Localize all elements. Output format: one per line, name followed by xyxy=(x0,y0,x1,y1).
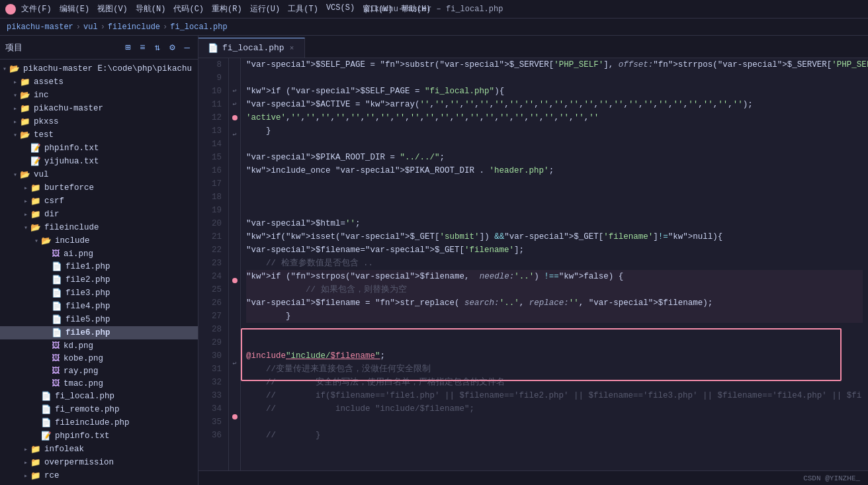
tree-label: csrf xyxy=(44,197,64,206)
tree-item-phpinfo[interactable]: 📝phpinfo.txt xyxy=(0,142,198,155)
menu-item[interactable]: 重构(R) xyxy=(212,3,242,15)
tree-icon-folder-open: 📂 xyxy=(20,90,30,101)
line-number-36: 36 xyxy=(204,429,222,442)
gutter-23 xyxy=(229,261,240,274)
menu-item[interactable]: 编辑(E) xyxy=(60,3,90,15)
menu-item[interactable]: 运行(U) xyxy=(250,3,281,15)
code-line-23: // 检查参数值是否包含 .. xyxy=(246,257,863,270)
tree-item-fi-remote[interactable]: 📄fi_remote.php xyxy=(0,403,198,416)
tree-item-test[interactable]: ▾📂test xyxy=(0,128,198,142)
code-editor[interactable]: 8910111213141516171819202122232425262728… xyxy=(198,58,868,470)
breadcrumb-part[interactable]: vul xyxy=(83,22,98,32)
tree-item-assets[interactable]: ▸📁assets xyxy=(0,75,198,89)
code-line-20: "var-special">$html=''; xyxy=(246,217,863,230)
tree-item-pikachu-master[interactable]: ▾📂pikachu-master E:\code\php\pikachu xyxy=(0,62,198,75)
breadcrumb-sep: › xyxy=(101,22,105,32)
tree-item-tmac-png[interactable]: 🖼tmac.png xyxy=(0,377,198,390)
line-number-20: 20 xyxy=(204,217,222,230)
tree-icon-php: 📄 xyxy=(41,391,52,402)
gutter-19 xyxy=(229,208,240,221)
code-line-27: } xyxy=(246,310,863,323)
tree-item-fileinclude[interactable]: ▾📂fileinclude xyxy=(0,221,198,234)
sidebar-btn-settings[interactable]: ⚙ xyxy=(167,40,177,54)
menu-item[interactable]: VCS(S) xyxy=(326,3,355,15)
tree-item-burteforce[interactable]: ▸📁burteforce xyxy=(0,181,198,195)
tree-item-file5-php[interactable]: 📄file5.php xyxy=(0,313,198,326)
tree-arrow: ▾ xyxy=(21,224,30,232)
breadcrumb-part[interactable]: fileinclude xyxy=(108,22,160,32)
tree-item-infoleak[interactable]: ▸📁infoleak xyxy=(0,443,198,456)
line-number-13: 13 xyxy=(204,124,222,138)
tree-item-rce[interactable]: ▸📁rce xyxy=(0,469,198,482)
breakpoint-34 xyxy=(232,414,238,419)
tab-fi_local.php[interactable]: 📄fi_local.php× xyxy=(198,38,305,58)
menu-item[interactable]: 工具(T) xyxy=(288,3,318,15)
code-line-30: @include "include/$filename"; xyxy=(246,349,863,363)
tree-item-file6-php[interactable]: 📄file6.php xyxy=(0,326,198,339)
code-line-34: // include "include/$filename"; xyxy=(246,402,863,416)
tree-item-include-dir[interactable]: ▾📂include xyxy=(0,234,198,247)
tree-item-inc[interactable]: ▾📂inc xyxy=(0,89,198,102)
window-title: pikachu-master – fi_local.php xyxy=(365,5,503,14)
tree-icon-php: 📄 xyxy=(52,288,62,298)
gutter-35 xyxy=(229,427,240,441)
tree-label: phpinfo.txt xyxy=(44,144,99,153)
gutter-10: ↩ xyxy=(229,85,240,98)
tree-icon-folder: 📁 xyxy=(30,183,41,193)
tree-arrow: ▸ xyxy=(21,445,30,453)
status-credit: CSDN @YINZHE_ xyxy=(803,474,860,482)
tree-item-dir[interactable]: ▸📁dir xyxy=(0,208,198,221)
tree-item-yijuhua[interactable]: 📝yijuhua.txt xyxy=(0,155,198,168)
gutter-17 xyxy=(229,181,240,195)
tree-item-csrf[interactable]: ▸📁csrf xyxy=(0,195,198,208)
code-line-11: "var-special">$ACTIVE = "kw">array('',''… xyxy=(246,98,863,111)
tree-icon-folder: 📁 xyxy=(30,457,41,468)
tree-item-pikachu-master-sub[interactable]: ▸📁pikachu-master xyxy=(0,102,198,115)
breadcrumb-part[interactable]: fi_local.php xyxy=(170,22,227,32)
gutter-27 xyxy=(229,318,240,331)
tree-item-overpermission[interactable]: ▸📁overpermission xyxy=(0,456,198,469)
tree-icon-php: 📄 xyxy=(52,328,62,338)
tree-label: rce xyxy=(44,471,60,480)
sidebar-btn-sort[interactable]: ⇅ xyxy=(152,40,163,54)
menu-item[interactable]: 文件(F) xyxy=(21,3,52,15)
tree-icon-php: 📄 xyxy=(41,418,52,428)
tab-close-btn[interactable]: × xyxy=(288,44,296,53)
tree-item-vul[interactable]: ▾📂vul xyxy=(0,168,198,181)
tree-arrow: ▾ xyxy=(11,171,20,179)
sidebar-btn-collapse[interactable]: — xyxy=(182,41,193,54)
tree-item-fileinclude-php[interactable]: 📄fileinclude.php xyxy=(0,416,198,429)
line-number-14: 14 xyxy=(204,138,222,151)
tree-arrow: ▸ xyxy=(21,184,30,192)
tree-item-kd-png[interactable]: 🖼kd.png xyxy=(0,339,198,352)
code-line-26: "var-special">$filename = "fn">str_repla… xyxy=(246,296,863,310)
sidebar-btn-grid[interactable]: ⊞ xyxy=(122,40,133,54)
code-line-22: "var-special">$filename="var-special">$_… xyxy=(246,243,863,257)
tree-item-file3-php[interactable]: 📄file3.php xyxy=(0,287,198,300)
menu-item[interactable]: 导航(N) xyxy=(136,3,166,15)
menu-item[interactable]: 代码(C) xyxy=(173,3,204,15)
gutter-21 xyxy=(229,234,240,247)
tree-item-ray-png[interactable]: 🖼ray.png xyxy=(0,365,198,377)
tree-label: infoleak xyxy=(44,445,84,454)
breadcrumb-part[interactable]: pikachu-master xyxy=(7,22,73,32)
gutter-20 xyxy=(229,221,240,234)
tree-label: pikachu-master E:\code\php\pikachu xyxy=(23,64,192,73)
tree-item-file4-php[interactable]: 📄file4.php xyxy=(0,300,198,313)
tree-icon-php: 📄 xyxy=(52,275,62,285)
code-line-17 xyxy=(246,177,863,191)
tree-item-file2-php[interactable]: 📄file2.php xyxy=(0,273,198,287)
code-line-32: // 安全的写法，使用白名单，严格指定包含的文件名 xyxy=(246,376,863,389)
tree-item-ai-png[interactable]: 🖼ai.png xyxy=(0,247,198,260)
menu-item[interactable]: 视图(V) xyxy=(97,3,128,15)
tree-item-kobe-png[interactable]: 🖼kobe.png xyxy=(0,352,198,365)
tree-item-pkxss[interactable]: ▸📁pkxss xyxy=(0,115,198,128)
tree-label: pkxss xyxy=(34,117,59,126)
tree-item-phpinfo2[interactable]: 📝phpinfo.txt xyxy=(0,429,198,443)
tree-item-fi-local[interactable]: 📄fi_local.php xyxy=(0,390,198,403)
tree-icon-folder: 📁 xyxy=(20,116,30,127)
sidebar-btn-list[interactable]: ≡ xyxy=(137,41,148,54)
code-content: "var-special">$SELF_PAGE = "fn">substr("… xyxy=(241,58,868,470)
tree-item-file1-php[interactable]: 📄file1.php xyxy=(0,260,198,273)
code-line-9 xyxy=(246,71,863,85)
